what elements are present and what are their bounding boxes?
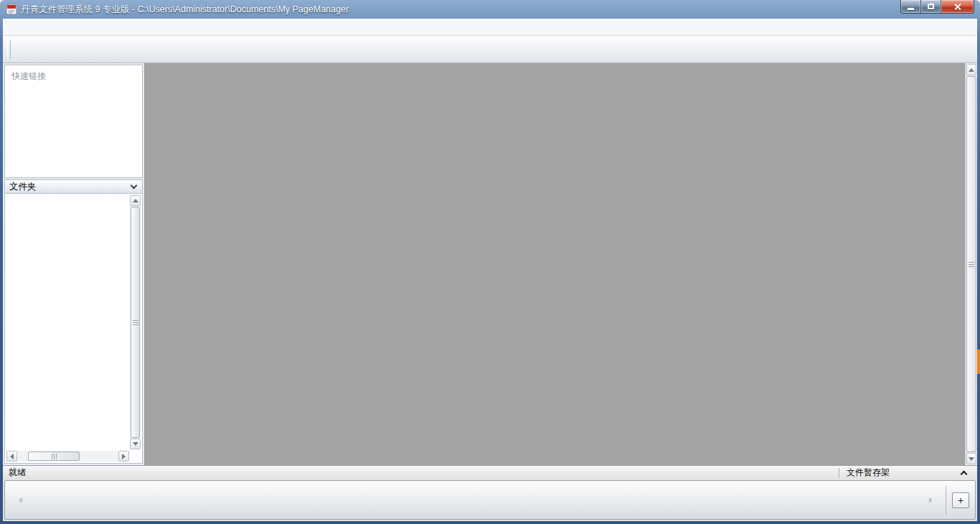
title-bar: 丹青文件管理系统 9 专业版 - C:\Users\Administrator\…	[0, 0, 980, 19]
border-marker	[977, 350, 980, 374]
sidebar: 快速链接 文件夹	[3, 63, 145, 465]
minimize-icon	[908, 8, 914, 10]
menu-bar	[3, 19, 977, 36]
tree-scrollbar-thumb[interactable]	[131, 207, 140, 438]
window-title: 丹青文件管理系统 9 专业版 - C:\Users\Administrator\…	[21, 4, 349, 16]
folder-tree-panel	[4, 194, 143, 464]
app-window: 丹青文件管理系统 9 专业版 - C:\Users\Administrator\…	[0, 0, 980, 524]
shelf-divider	[946, 486, 946, 515]
tree-vertical-scrollbar[interactable]	[130, 195, 141, 449]
shelf-prev-button[interactable]	[11, 491, 29, 510]
tree-scroll-up-button[interactable]	[130, 195, 141, 206]
tree-scroll-left-button[interactable]	[6, 451, 17, 462]
quick-links-panel: 快速链接	[4, 65, 143, 178]
tree-scroll-right-button[interactable]	[118, 451, 129, 462]
file-shelf-label: 文件暂存架	[847, 467, 954, 479]
main-scroll-up-button[interactable]	[966, 64, 976, 75]
thumb-grip-icon	[969, 262, 974, 267]
main-scroll-down-button[interactable]	[966, 453, 976, 464]
triangle-right-icon	[122, 454, 126, 459]
shelf-add-button[interactable]: +	[952, 492, 969, 508]
chevron-down-icon	[131, 182, 138, 190]
toolbar	[3, 36, 977, 63]
status-text: 就绪	[9, 467, 839, 479]
triangle-left-icon	[10, 454, 14, 459]
file-shelf: +	[3, 479, 977, 521]
folders-label: 文件夹	[9, 181, 37, 193]
status-bar: 就绪 文件暂存架	[3, 465, 977, 479]
maximize-icon	[928, 4, 934, 9]
minimize-button[interactable]	[900, 0, 921, 14]
triangle-right-icon	[929, 497, 933, 503]
triangle-up-icon	[133, 199, 138, 202]
maximize-button[interactable]	[921, 0, 941, 14]
toolbar-gripper[interactable]	[7, 40, 11, 59]
quick-links-title: 快速链接	[11, 70, 136, 83]
main-scrollbar-thumb[interactable]	[966, 76, 976, 452]
thumb-grip-icon	[52, 454, 57, 459]
close-button[interactable]	[941, 0, 974, 14]
thumbnail-grid	[145, 63, 943, 76]
shelf-collapse-button[interactable]	[954, 469, 973, 477]
main-scrollbar[interactable]	[965, 63, 977, 465]
statusbar-divider	[839, 468, 839, 478]
folders-header[interactable]: 文件夹	[4, 179, 143, 194]
triangle-down-icon	[969, 457, 974, 461]
app-logo-icon	[6, 4, 17, 15]
chevron-up-icon	[960, 471, 967, 478]
thumb-grip-icon	[133, 320, 138, 325]
triangle-down-icon	[133, 442, 138, 446]
triangle-up-icon	[969, 68, 974, 72]
folder-tree	[6, 195, 130, 449]
triangle-left-icon	[19, 497, 22, 503]
tree-horizontal-scrollbar[interactable]	[6, 451, 129, 462]
shelf-next-button[interactable]	[921, 491, 940, 510]
tree-scroll-down-button[interactable]	[130, 439, 141, 449]
tree-hscrollbar-thumb[interactable]	[28, 452, 80, 461]
thumbnail-area	[145, 63, 965, 465]
close-icon	[953, 3, 961, 11]
